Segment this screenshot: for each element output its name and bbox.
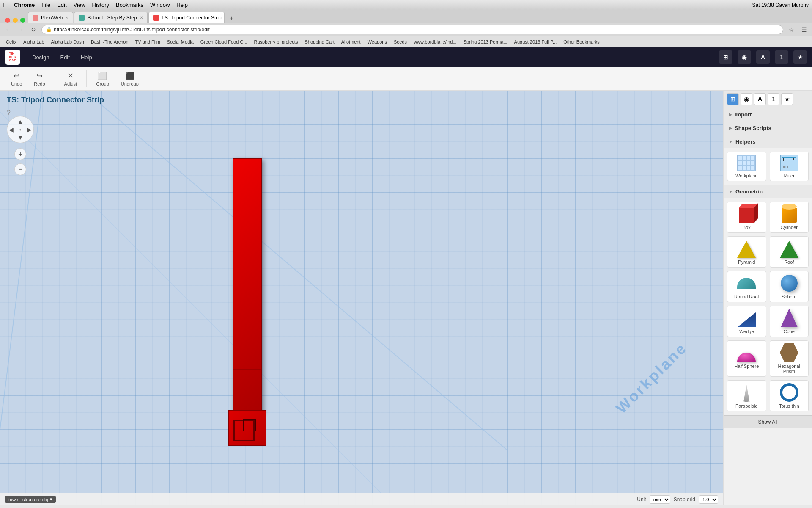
shape-item-workplane[interactable]: Workplane bbox=[727, 152, 766, 181]
forward-button[interactable]: → bbox=[16, 25, 25, 34]
snap-label: Snap grid bbox=[674, 497, 695, 502]
unit-select[interactable]: mm cm in bbox=[650, 495, 670, 504]
shape-item-roof[interactable]: Roof bbox=[770, 236, 809, 268]
bottom-status-bar: tower_structure.obj ▾ Unit mm cm in Snap… bbox=[0, 493, 723, 505]
bookmark-tv-film[interactable]: TV and Film bbox=[133, 39, 163, 45]
shape-item-wedge[interactable]: Wedge bbox=[727, 306, 766, 337]
shape-item-round-roof[interactable]: Round Roof bbox=[727, 271, 766, 302]
menu-file[interactable]: File bbox=[41, 2, 50, 8]
tab-submit-close[interactable]: ✕ bbox=[140, 15, 143, 20]
minimize-window-btn[interactable] bbox=[13, 18, 18, 23]
shape-item-paraboloid[interactable]: Paraboloid bbox=[727, 380, 766, 411]
close-window-btn[interactable] bbox=[5, 18, 10, 23]
import-label: Import bbox=[735, 111, 752, 118]
menu-design[interactable]: Design bbox=[27, 52, 54, 62]
star-btn[interactable]: ★ bbox=[793, 50, 807, 64]
group-label: Group bbox=[96, 81, 109, 86]
wedge-preview bbox=[737, 309, 756, 327]
shape-item-half-sphere[interactable]: Half Sphere bbox=[727, 340, 766, 377]
menu-chrome[interactable]: Chrome bbox=[14, 2, 35, 8]
bookmark-aug2013[interactable]: August 2013 Full P... bbox=[512, 39, 560, 45]
group-button[interactable]: ⬜ Group bbox=[92, 69, 113, 88]
panel-number-btn[interactable]: 1 bbox=[768, 93, 779, 105]
redo-button[interactable]: ↪ Redo bbox=[30, 69, 49, 88]
bookmark-other[interactable]: Other Bookmarks bbox=[561, 39, 602, 45]
fullscreen-window-btn[interactable] bbox=[20, 18, 25, 23]
adjust-button[interactable]: ✕ Adjust bbox=[60, 69, 82, 88]
panel-solid-btn[interactable]: ◉ bbox=[741, 93, 752, 105]
menu-edit[interactable]: Edit bbox=[55, 52, 74, 62]
menu-view[interactable]: View bbox=[74, 2, 85, 8]
shape-item-sphere[interactable]: Sphere bbox=[770, 271, 809, 302]
tab-ts-label: TS: Tripod Connector Strip bbox=[162, 15, 222, 21]
shape-item-cylinder[interactable]: Cylinder bbox=[770, 202, 809, 233]
bookmark-weapons[interactable]: Weapons bbox=[365, 39, 390, 45]
3d-view-btn[interactable]: ◉ bbox=[738, 50, 751, 64]
menu-history[interactable]: History bbox=[92, 2, 109, 8]
zoom-in-btn[interactable]: + bbox=[14, 148, 26, 160]
geometric-grid: Box Cylinder bbox=[724, 198, 812, 415]
tab-submit-label: Submit : Step By Step bbox=[87, 15, 137, 21]
snap-select[interactable]: 1.0 0.5 2.0 bbox=[699, 495, 718, 504]
bookmark-spring2013[interactable]: Spring 2013 Perma... bbox=[461, 39, 510, 45]
tab-plex-close[interactable]: ✕ bbox=[65, 15, 69, 20]
bookmark-dash-archon[interactable]: Dash -The Archon bbox=[88, 39, 131, 45]
menu-help[interactable]: Help bbox=[76, 52, 97, 62]
helpers-header[interactable]: ▼ Helpers bbox=[724, 135, 812, 148]
shape-item-torus-thin[interactable]: Torus thin bbox=[770, 380, 809, 411]
count-btn[interactable]: 1 bbox=[775, 50, 788, 64]
bookmark-celtx[interactable]: Celtx bbox=[3, 39, 19, 45]
menu-help[interactable]: Help bbox=[176, 2, 188, 8]
new-tab-btn[interactable]: + bbox=[227, 14, 236, 23]
zoom-out-btn[interactable]: − bbox=[14, 163, 26, 175]
back-button[interactable]: ← bbox=[3, 25, 13, 34]
bookmark-allotment[interactable]: Allotment bbox=[339, 39, 363, 45]
bookmark-page-btn[interactable]: ☆ bbox=[787, 25, 796, 34]
menu-bookmarks[interactable]: Bookmarks bbox=[116, 2, 143, 8]
show-all-button[interactable]: Show All bbox=[724, 415, 812, 428]
shape-item-pyramid[interactable]: Pyramid bbox=[727, 236, 766, 268]
app-menu: Design Edit Help bbox=[27, 52, 97, 62]
redo-label: Redo bbox=[34, 81, 45, 86]
3d-object[interactable] bbox=[233, 158, 262, 412]
shape-item-hex-prism[interactable]: Hexagonal Prism bbox=[770, 340, 809, 377]
connector-notch-outer bbox=[233, 420, 255, 441]
bookmark-green-cloud[interactable]: Green Cloud Food C... bbox=[198, 39, 250, 45]
tab-submit[interactable]: Submit : Step By Step ✕ bbox=[74, 12, 147, 23]
reload-button[interactable]: ↻ bbox=[29, 25, 38, 34]
bookmark-social-media[interactable]: Social Media bbox=[165, 39, 196, 45]
tab-plex-favicon bbox=[33, 15, 38, 21]
bookmark-bordbia[interactable]: www.bordbia.ie/ind... bbox=[411, 39, 459, 45]
file-name-arrow: ▾ bbox=[50, 497, 52, 502]
canvas[interactable]: Workplane TS: Tripod Connector Strip ? ▲… bbox=[0, 91, 723, 505]
panel-text-btn[interactable]: A bbox=[754, 93, 766, 105]
shape-item-cone[interactable]: Cone bbox=[770, 306, 809, 337]
tinkercad-logo[interactable]: TINKERCAD bbox=[5, 50, 20, 65]
browser-settings-btn[interactable]: ☰ bbox=[799, 25, 809, 34]
geometric-header[interactable]: ▼ Geometric bbox=[724, 185, 812, 198]
bookmark-shopping-cart[interactable]: Shopping Cart bbox=[302, 39, 337, 45]
tab-ts[interactable]: TS: Tripod Connector Strip ✕ bbox=[148, 12, 225, 23]
panel-grid-btn[interactable]: ⊞ bbox=[727, 93, 739, 105]
import-section-header[interactable]: ▶ Import bbox=[724, 108, 812, 121]
undo-button[interactable]: ↩ Undo bbox=[7, 69, 26, 88]
shape-scripts-header[interactable]: ▶ Shape Scripts bbox=[724, 121, 812, 135]
text-btn[interactable]: A bbox=[756, 50, 770, 64]
bookmark-alpha-lab-dash[interactable]: Alpha Lab Dash bbox=[49, 39, 87, 45]
pan-control[interactable]: ▲ ▼ ◀ ▶ ● bbox=[7, 116, 34, 143]
tab-ts-close[interactable]: ✕ bbox=[224, 15, 225, 20]
grid-view-btn[interactable]: ⊞ bbox=[719, 50, 732, 64]
bookmark-alpha-lab[interactable]: Alpha Lab bbox=[21, 39, 47, 45]
bookmark-seeds[interactable]: Seeds bbox=[391, 39, 409, 45]
shape-item-ruler[interactable]: mm Ruler bbox=[770, 152, 809, 181]
geometric-label: Geometric bbox=[735, 188, 763, 195]
shape-item-box[interactable]: Box bbox=[727, 202, 766, 233]
address-bar[interactable]: 🔒 https://tinkercad.com/things/jl1mrC1eb… bbox=[41, 25, 783, 34]
helpers-section: ▼ Helpers Workplane bbox=[724, 135, 812, 185]
panel-star-btn[interactable]: ★ bbox=[781, 93, 793, 105]
menu-window[interactable]: Window bbox=[150, 2, 170, 8]
menu-edit[interactable]: Edit bbox=[57, 2, 66, 8]
bookmark-raspberry-pi[interactable]: Raspberry pi projects bbox=[252, 39, 301, 45]
tab-plex[interactable]: Plex/Web ✕ bbox=[28, 12, 73, 23]
ungroup-button[interactable]: ⬛ Ungroup bbox=[117, 69, 143, 88]
